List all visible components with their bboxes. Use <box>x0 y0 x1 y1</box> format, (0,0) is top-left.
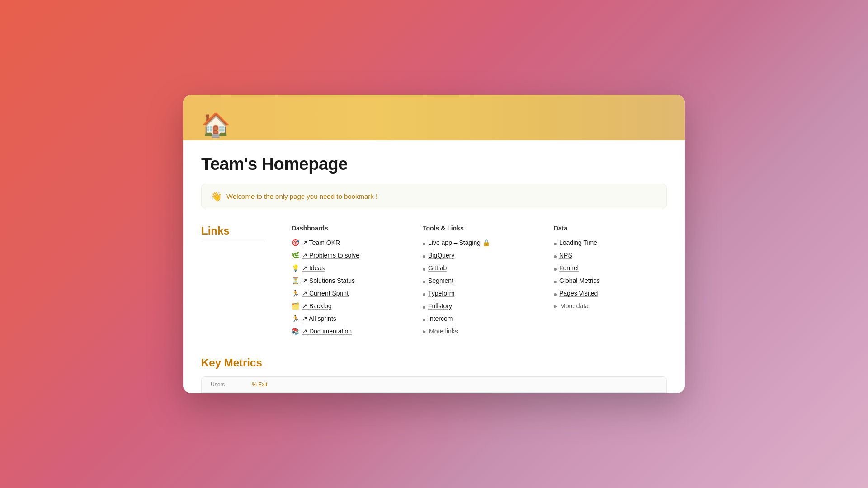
solutions-link[interactable]: ↗ Solutions Status <box>302 277 355 284</box>
list-item: 🌿 ↗ Problems to solve <box>292 252 405 259</box>
metrics-table-row: 53 792 19.13 % 1 juil. 2020 – 22 juil. 2… <box>202 393 666 393</box>
bullet <box>423 306 425 309</box>
problems-icon: 🌿 <box>292 252 299 259</box>
list-item: GitLab <box>423 264 536 272</box>
dashboards-list: 🎯 ↗ Team OKR 🌿 ↗ Problems to solve 💡 ↗ I… <box>292 239 405 335</box>
liveapp-text: Live app – Staging 🔒 <box>428 239 490 246</box>
bullet <box>554 255 557 258</box>
nps-link[interactable]: NPS <box>559 252 572 259</box>
key-metrics-heading: Key Metrics <box>201 357 667 369</box>
ideas-link[interactable]: ↗ Ideas <box>302 264 325 272</box>
team-okr-link[interactable]: ↗ Team OKR <box>302 239 340 246</box>
house-emoji: 🏠 <box>201 113 231 136</box>
dashboards-column: Dashboards 🎯 ↗ Team OKR 🌿 ↗ Problems to … <box>292 225 405 340</box>
list-item: Live app – Staging 🔒 <box>423 239 536 246</box>
main-window: 🏠 Team's Homepage 👋 Welcome to the only … <box>183 95 685 393</box>
links-section: Links Dashboards 🎯 ↗ Team OKR 🌿 ↗ Probl <box>201 225 667 340</box>
more-data-label: More data <box>560 302 589 310</box>
bullet <box>423 319 425 321</box>
allsprints-icon: 🏃 <box>292 315 299 322</box>
separator: – <box>454 239 459 246</box>
tools-list: Live app – Staging 🔒 BigQuery <box>423 239 536 322</box>
pages-visited-link[interactable]: Pages Visited <box>559 290 598 297</box>
bigquery-link[interactable]: BigQuery <box>428 252 454 259</box>
list-item: Loading Time <box>554 239 667 246</box>
docs-icon: 📚 <box>292 328 299 335</box>
tools-heading: Tools & Links <box>423 225 536 232</box>
segment-link[interactable]: Segment <box>428 277 453 284</box>
loading-time-link[interactable]: Loading Time <box>559 239 597 246</box>
global-metrics-link[interactable]: Global Metrics <box>559 277 599 284</box>
links-divider <box>201 241 264 241</box>
problems-link[interactable]: ↗ Problems to solve <box>302 252 359 259</box>
documentation-link[interactable]: ↗ Documentation <box>302 328 352 335</box>
list-item: NPS <box>554 252 667 259</box>
list-item: Intercom <box>423 315 536 322</box>
list-item: Segment <box>423 277 536 284</box>
data-heading: Data <box>554 225 667 232</box>
columns-area: Dashboards 🎯 ↗ Team OKR 🌿 ↗ Problems to … <box>292 225 667 340</box>
exit-col-label: % Exit <box>252 381 267 388</box>
bullet <box>554 293 557 296</box>
links-heading: Links <box>201 225 292 237</box>
all-sprints-link[interactable]: ↗ All sprints <box>302 315 336 322</box>
list-item: 🏃 ↗ All sprints <box>292 315 405 322</box>
typeform-link[interactable]: Typeform <box>428 290 454 297</box>
lock-emoji: 🔒 <box>482 239 490 246</box>
bullet <box>423 255 425 258</box>
metrics-table: Users % Exit 53 792 19.13 % 1 juil. 2020… <box>201 376 667 393</box>
list-item: Funnel <box>554 264 667 272</box>
window-header: 🏠 <box>183 95 685 140</box>
fullstory-link[interactable]: Fullstory <box>428 302 452 310</box>
list-item: Typeform <box>423 290 536 297</box>
bullet <box>554 281 557 283</box>
window-body: Team's Homepage 👋 Welcome to the only pa… <box>183 140 685 393</box>
data-column: Data Loading Time NPS Funnel <box>554 225 667 340</box>
links-label-area: Links <box>201 225 292 340</box>
list-item: BigQuery <box>423 252 536 259</box>
list-item: 💡 ↗ Ideas <box>292 264 405 272</box>
backlog-icon: 🗂️ <box>292 302 299 310</box>
wave-emoji: 👋 <box>211 191 222 202</box>
welcome-banner: 👋 Welcome to the only page you need to b… <box>201 184 667 208</box>
list-item: 🗂️ ↗ Backlog <box>292 302 405 310</box>
dashboards-heading: Dashboards <box>292 225 405 232</box>
welcome-text: Welcome to the only page you need to boo… <box>226 192 377 200</box>
gitlab-link[interactable]: GitLab <box>428 264 447 272</box>
sprint-icon: 🏃 <box>292 290 299 297</box>
list-item: 📚 ↗ Documentation <box>292 328 405 335</box>
more-data-toggle[interactable]: ▶ More data <box>554 302 667 310</box>
list-item: Pages Visited <box>554 290 667 297</box>
page-title: Team's Homepage <box>201 155 667 174</box>
bullet <box>554 243 557 245</box>
bullet <box>423 268 425 271</box>
list-item: ⏳ ↗ Solutions Status <box>292 277 405 284</box>
data-list: Loading Time NPS Funnel Global Metr <box>554 239 667 297</box>
staging-link[interactable]: Staging <box>459 239 481 246</box>
list-item: Fullstory <box>423 302 536 310</box>
triangle-icon: ▶ <box>554 304 557 309</box>
current-sprint-link[interactable]: ↗ Current Sprint <box>302 290 349 297</box>
more-links-label: More links <box>429 328 458 335</box>
triangle-icon: ▶ <box>423 329 426 334</box>
key-metrics-section: Key Metrics Users % Exit 53 792 19.13 % … <box>201 357 667 393</box>
bullet <box>423 243 425 245</box>
ideas-icon: 💡 <box>292 264 299 272</box>
users-col-label: Users <box>211 381 225 388</box>
okr-icon: 🎯 <box>292 239 299 246</box>
live-app-link[interactable]: Live app <box>428 239 452 246</box>
backlog-link[interactable]: ↗ Backlog <box>302 302 332 310</box>
tools-column: Tools & Links Live app – Staging 🔒 <box>423 225 536 340</box>
bullet <box>423 281 425 283</box>
bullet <box>423 293 425 296</box>
funnel-link[interactable]: Funnel <box>559 264 579 272</box>
bullet <box>554 268 557 271</box>
solutions-icon: ⏳ <box>292 277 299 284</box>
metrics-table-header: Users % Exit <box>202 377 666 393</box>
list-item: 🎯 ↗ Team OKR <box>292 239 405 246</box>
intercom-link[interactable]: Intercom <box>428 315 453 322</box>
list-item: 🏃 ↗ Current Sprint <box>292 290 405 297</box>
more-links-toggle[interactable]: ▶ More links <box>423 328 536 335</box>
list-item: Global Metrics <box>554 277 667 284</box>
